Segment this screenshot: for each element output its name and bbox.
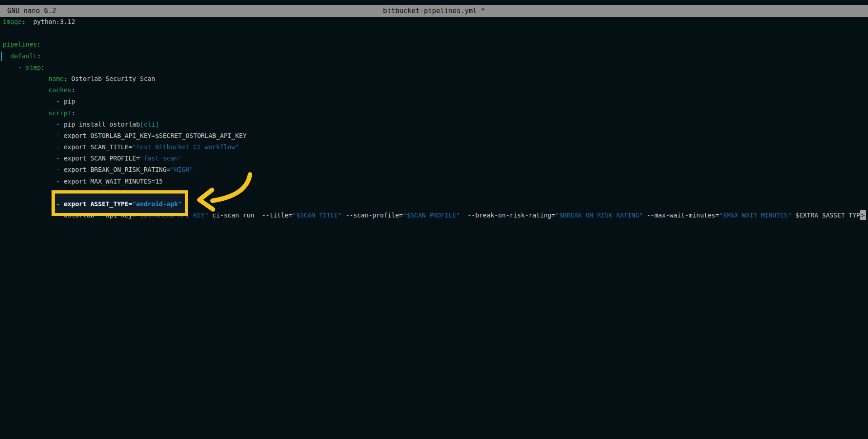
code-segment: pip [60, 98, 75, 105]
code-segment [3, 212, 56, 219]
code-segment: --max-wait-minutes= [643, 212, 719, 219]
code-segment [22, 64, 25, 71]
code-line: name: Ostorlab Security Scan [0, 73, 868, 85]
code-line: - export OSTORLAB_API_KEY=$SECRET_OSTORL… [0, 130, 868, 142]
code-segment [3, 178, 56, 185]
code-segment: : [37, 41, 41, 48]
code-line: - pip [0, 96, 868, 107]
code-segment: "$BREAK_ON_RISK_RATING" [555, 212, 643, 219]
code-segment: export BREAK_ON_RISK_RATING= [60, 166, 170, 173]
code-line: - pip install ostorlab[cli] [0, 119, 868, 130]
code-segment: export SCAN_PROFILE= [60, 155, 140, 162]
code-segment: --break-on-risk-rating= [460, 212, 556, 219]
code-segment: "Test Bitbucket CI workflow" [132, 143, 239, 151]
code-segment [3, 189, 56, 196]
code-segment [3, 109, 48, 117]
code-segment: image [3, 18, 22, 25]
code-line: script: [0, 108, 868, 119]
cursor-indicator [1, 52, 2, 61]
file-title: bitbucket-pipelines.yml * [0, 5, 868, 17]
code-segment: "$SCAN_TITLE" [292, 212, 342, 219]
code-segment: step [26, 64, 41, 71]
code-line: image: python:3.12 [0, 16, 868, 28]
code-segment [3, 98, 56, 105]
annotation-arrow-icon [193, 168, 260, 218]
code-line: default: [0, 51, 868, 62]
code-segment: "android-apk" [132, 200, 182, 208]
code-segment [3, 155, 56, 162]
code-segment: : python:3.12 [22, 18, 75, 25]
code-segment: "$SCAN_PROFILE" [403, 212, 460, 219]
code-segment [3, 132, 56, 139]
highlighted-code-line: - export ASSET_TYPE="android-apk" [0, 198, 868, 210]
code-segment: --scan-profile= [342, 212, 403, 219]
code-segment [3, 200, 56, 208]
nano-title-bar: GNU nano 6.2 bitbucket-pipelines.yml * [0, 5, 868, 17]
code-segment: 'fast_scan' [140, 155, 182, 162]
code-segment: default [10, 52, 37, 60]
code-segment: : [71, 86, 75, 94]
code-segment [3, 166, 56, 173]
code-segment: [cli] [140, 121, 159, 128]
code-segment: pipelines [3, 41, 37, 48]
code-segment [3, 52, 10, 60]
code-segment: "$MAX_WAIT_MINUTES" [719, 212, 792, 219]
code-segment [3, 64, 18, 71]
code-segment: : [71, 109, 75, 117]
code-segment: "HIGH" [170, 166, 193, 173]
line-continuation-marker: > [860, 210, 866, 220]
code-segment: pip install ostorlab [60, 121, 140, 128]
code-line: - step: [0, 62, 868, 73]
code-line: caches: [0, 85, 868, 96]
code-segment: : [37, 52, 41, 60]
code-segment [3, 121, 56, 128]
code-segment: export OSTORLAB_API_KEY=$SECRET_OSTORLAB… [60, 132, 246, 139]
code-line: - export SCAN_PROFILE='fast_scan' [0, 153, 868, 164]
code-segment [3, 143, 56, 151]
code-segment: $EXTRA $ASSET_TYP [792, 212, 860, 219]
code-segment: : [41, 64, 44, 71]
code-segment [3, 86, 48, 94]
code-segment: export MAX_WAIT_MINUTES=15 [60, 178, 163, 185]
code-segment: name [48, 75, 64, 82]
code-segment: export SCAN_TITLE= [60, 143, 132, 151]
arrow-shaft [212, 175, 250, 201]
code-line: - export SCAN_TITLE="Test Bitbucket CI w… [0, 142, 868, 153]
code-line: pipelines: [0, 39, 868, 50]
code-segment: : Ostorlab Security Scan [64, 75, 155, 82]
code-segment: export ASSET_TYPE= [60, 200, 132, 208]
code-line [0, 28, 868, 39]
code-line: - export BREAK_ON_RISK_RATING="HIGH" [0, 164, 868, 175]
code-segment: caches [48, 86, 71, 94]
code-segment: script [48, 109, 71, 117]
code-line: - export MAX_WAIT_MINUTES=15 [0, 176, 868, 187]
code-segment: - [18, 64, 22, 71]
code-segment [3, 75, 48, 82]
